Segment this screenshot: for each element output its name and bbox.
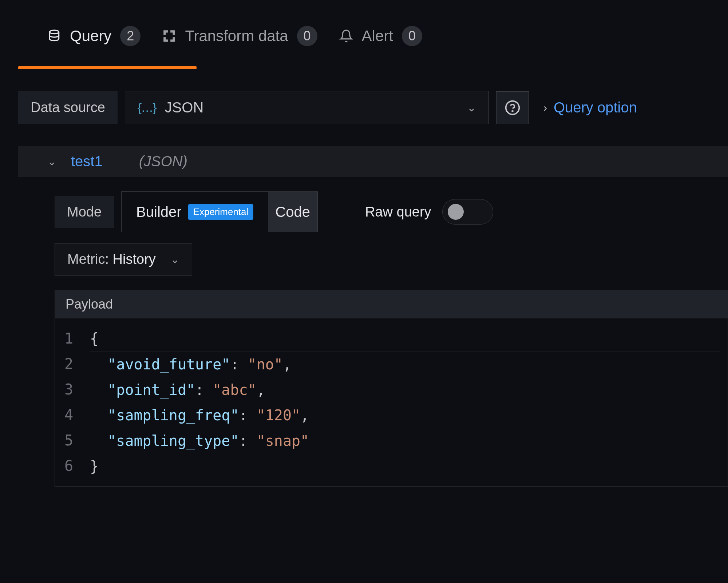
tab-alert-count: 0: [402, 26, 422, 46]
query-row-header[interactable]: ⌄ test1 (JSON): [18, 146, 728, 177]
mode-code-button[interactable]: Code: [268, 192, 317, 232]
tab-transform-count: 0: [297, 26, 317, 46]
tab-query-label: Query: [70, 27, 111, 45]
svg-point-0: [50, 30, 59, 34]
tab-transform[interactable]: Transform data 0: [162, 26, 317, 58]
mode-row: Mode Builder Experimental Code Raw query: [0, 177, 728, 232]
metric-value: History: [113, 251, 156, 267]
metric-label: Metric:: [67, 251, 109, 267]
mode-label: Mode: [55, 196, 114, 228]
payload-code[interactable]: { "avoid_future": "no", "point_id": "abc…: [83, 318, 728, 486]
json-icon: {…}: [138, 100, 156, 115]
payload-section: Payload 1 2 3 4 5 6 { "avoid_future": "n…: [55, 290, 728, 487]
active-tab-indicator: [18, 66, 197, 69]
raw-query-toggle[interactable]: [442, 199, 493, 225]
help-icon: [505, 100, 521, 116]
mode-code-label: Code: [275, 199, 310, 225]
chevron-down-icon: ⌄: [170, 253, 179, 266]
tab-alert-label: Alert: [362, 27, 393, 45]
datasource-toolbar: Data source {…} JSON ⌄ › Query option: [0, 69, 728, 146]
tab-transform-label: Transform data: [185, 27, 288, 45]
datasource-label: Data source: [18, 91, 118, 124]
query-options-link[interactable]: › Query option: [536, 99, 637, 116]
mode-builder-label: Builder: [136, 204, 182, 220]
metric-row: Metric: History ⌄: [0, 232, 728, 275]
raw-query-wrap: Raw query: [365, 199, 493, 225]
payload-editor[interactable]: 1 2 3 4 5 6 { "avoid_future": "no", "poi…: [55, 318, 728, 487]
tab-query-count: 2: [120, 26, 141, 46]
metric-select[interactable]: Metric: History ⌄: [55, 243, 192, 275]
experimental-chip: Experimental: [188, 204, 254, 220]
query-name[interactable]: test1: [71, 153, 103, 170]
chevron-down-icon: ⌄: [47, 155, 56, 168]
transform-icon: [162, 29, 176, 43]
chevron-down-icon: ⌄: [467, 101, 476, 114]
chevron-right-icon: ›: [543, 102, 547, 114]
toggle-knob: [448, 204, 464, 220]
mode-builder-button[interactable]: Builder Experimental: [122, 192, 268, 232]
help-button[interactable]: [496, 91, 529, 124]
tab-alert[interactable]: Alert 0: [339, 26, 422, 58]
datasource-select[interactable]: {…} JSON ⌄: [125, 91, 489, 124]
mode-toggle-group: Builder Experimental Code: [121, 191, 318, 232]
tab-query[interactable]: Query 2: [47, 26, 141, 58]
payload-title: Payload: [55, 290, 728, 318]
database-icon: [47, 29, 61, 43]
query-ds-hint: (JSON): [139, 153, 187, 170]
svg-point-2: [512, 111, 513, 111]
raw-query-label: Raw query: [365, 204, 431, 220]
query-options-label: Query option: [554, 99, 637, 116]
bell-icon: [339, 29, 353, 43]
panel-tabs: Query 2 Transform data 0 Alert 0: [0, 0, 728, 69]
line-gutter: 1 2 3 4 5 6: [55, 318, 83, 486]
datasource-value: JSON: [165, 99, 204, 116]
